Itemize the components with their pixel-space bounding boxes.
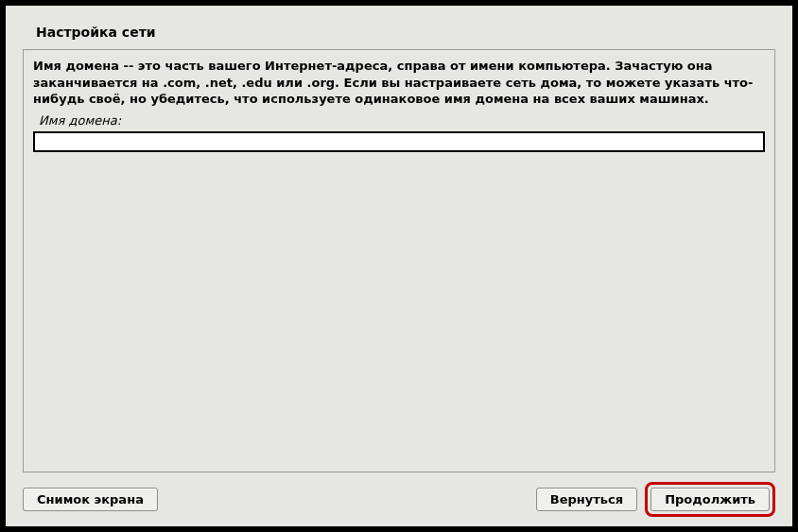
installer-window: Настройка сети Имя домена -- это часть в… [6,6,792,526]
button-row: Снимок экрана Вернуться Продолжить [23,482,775,517]
domain-field-label: Имя домена: [39,113,765,128]
continue-highlight: Продолжить [645,482,775,517]
back-button[interactable]: Вернуться [536,488,637,511]
description-text: Имя домена -- это часть вашего Интернет-… [33,58,765,108]
page-title: Настройка сети [36,25,775,40]
content-panel: Имя домена -- это часть вашего Интернет-… [23,49,775,472]
screenshot-button[interactable]: Снимок экрана [23,488,158,511]
domain-input[interactable] [33,131,765,152]
continue-button[interactable]: Продолжить [651,488,770,511]
